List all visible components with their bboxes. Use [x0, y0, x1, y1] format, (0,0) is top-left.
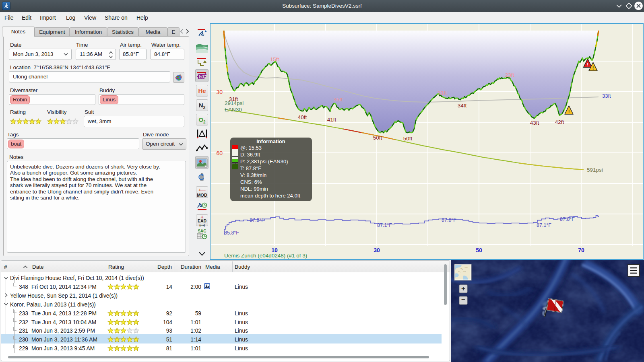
svg-text:15ft: 15ft	[270, 56, 279, 62]
svg-text:34ft: 34ft	[458, 103, 467, 109]
svg-text:Uemis Zurich (e04d0248) (#1 of: Uemis Zurich (e04d0248) (#1 of 3)	[224, 253, 307, 259]
svg-text:T: 87.8°F: T: 87.8°F	[240, 165, 261, 171]
svg-text:!: !	[592, 66, 594, 70]
svg-text:40ft: 40ft	[298, 114, 307, 120]
svg-text:!: !	[568, 109, 570, 114]
svg-text:60: 60	[216, 150, 223, 156]
svg-text:23ft: 23ft	[505, 72, 514, 78]
svg-text:!: !	[587, 62, 588, 67]
svg-text:@: 15:53: @: 15:53	[240, 145, 262, 151]
svg-text:41ft: 41ft	[327, 117, 336, 123]
svg-text:D: 36.9ft: D: 36.9ft	[240, 152, 260, 158]
svg-text:87:8°F: 87:8°F	[560, 216, 575, 222]
svg-text:87.8°F: 87.8°F	[442, 217, 456, 223]
svg-text:V: 8.3ft/min: V: 8.3ft/min	[240, 172, 266, 178]
svg-text:P: 2,381psi (EAN30): P: 2,381psi (EAN30)	[240, 158, 288, 165]
svg-text:30: 30	[374, 247, 380, 253]
svg-text:35ft: 35ft	[334, 97, 343, 103]
svg-text:31ft: 31ft	[438, 90, 447, 96]
svg-text:33ft: 33ft	[602, 93, 611, 99]
svg-text:50ft: 50ft	[373, 135, 382, 141]
svg-text:CNS: 6%: CNS: 6%	[240, 179, 262, 185]
svg-text:70: 70	[578, 247, 584, 253]
svg-text:30: 30	[216, 89, 223, 95]
svg-text:43ft: 43ft	[530, 120, 539, 126]
svg-text:87.8°F: 87.8°F	[250, 217, 264, 223]
svg-text:85.8°F: 85.8°F	[224, 230, 239, 236]
svg-text:591psi: 591psi	[587, 167, 603, 173]
svg-text:50: 50	[476, 247, 482, 253]
svg-text:NDL: 99min: NDL: 99min	[240, 186, 268, 192]
svg-text:50ft: 50ft	[403, 136, 413, 142]
svg-text:−: −	[461, 296, 465, 304]
svg-text:87.1°F: 87.1°F	[377, 222, 392, 228]
svg-text:2914psi: 2914psi	[225, 100, 244, 106]
svg-text:mean depth to here 24.0ft: mean depth to here 24.0ft	[240, 193, 300, 199]
svg-text:+: +	[461, 285, 465, 292]
svg-text:Information: Information	[256, 138, 285, 144]
svg-text:42ft: 42ft	[555, 119, 564, 125]
svg-text:EAN30: EAN30	[225, 107, 242, 113]
svg-text:87.1°F: 87.1°F	[537, 222, 551, 228]
svg-text:SAC: SAC	[198, 229, 206, 233]
